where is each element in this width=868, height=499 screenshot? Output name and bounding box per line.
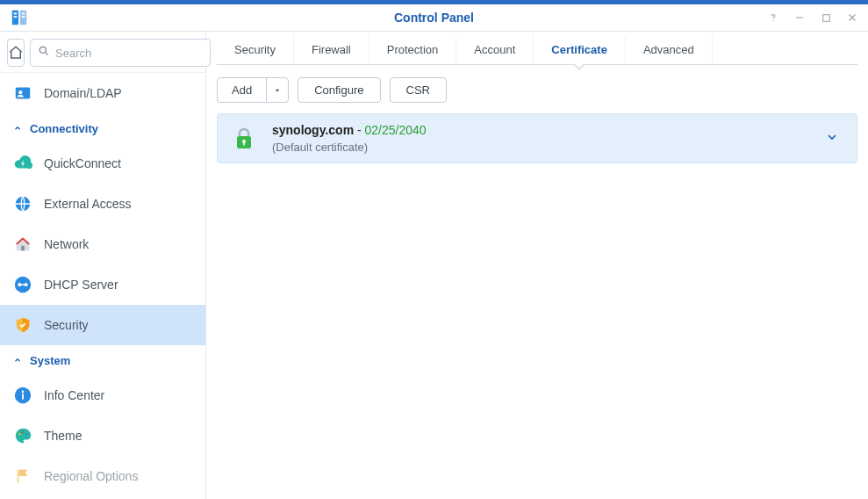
tab-certificate[interactable]: Certificate [534, 35, 626, 64]
flag-icon [12, 466, 33, 487]
network-home-icon [12, 234, 33, 255]
tab-security[interactable]: Security [217, 35, 294, 64]
tab-label: Certificate [551, 43, 607, 56]
svg-rect-21 [22, 394, 24, 399]
separator: - [354, 123, 364, 137]
sidebar-item-label: Network [44, 237, 89, 251]
svg-rect-3 [14, 16, 18, 18]
home-button[interactable] [7, 39, 25, 67]
sidebar-item-dhcp-server[interactable]: DHCP Server [0, 264, 205, 305]
dhcp-icon [12, 274, 33, 295]
user-card-icon [12, 83, 33, 104]
sidebar-item-label: Theme [44, 429, 82, 443]
tab-account[interactable]: Account [456, 35, 534, 64]
sidebar-item-label: Regional Options [44, 469, 138, 483]
shield-icon [12, 315, 33, 336]
tab-label: Account [474, 43, 515, 56]
svg-rect-26 [18, 470, 19, 483]
tabs: Security Firewall Protection Account Cer… [217, 35, 857, 65]
sidebar: Domain/LDAP Connectivity QuickConnect [0, 32, 206, 499]
sidebar-item-label: Security [44, 318, 89, 332]
tab-advanced[interactable]: Advanced [626, 35, 713, 64]
svg-point-6 [772, 20, 773, 21]
tab-label: Security [234, 43, 276, 56]
certificate-subtitle: (Default certificate) [272, 141, 806, 154]
svg-rect-30 [243, 142, 245, 146]
svg-point-22 [22, 391, 25, 394]
search-field[interactable] [30, 39, 211, 67]
svg-point-14 [18, 90, 22, 94]
group-header-label: Connectivity [30, 122, 98, 135]
svg-rect-2 [14, 13, 18, 15]
svg-rect-5 [22, 16, 25, 18]
help-icon[interactable] [766, 11, 780, 25]
sidebar-item-label: Domain/LDAP [44, 86, 122, 100]
certificate-row[interactable]: synology.com - 02/25/2040 (Default certi… [217, 113, 857, 163]
toolbar: Add Configure CSR [217, 65, 857, 113]
csr-button[interactable]: CSR [390, 77, 447, 103]
tab-firewall[interactable]: Firewall [294, 35, 369, 64]
close-icon[interactable] [845, 11, 859, 25]
tab-label: Protection [387, 43, 439, 56]
certificate-expiry: 02/25/2040 [365, 123, 427, 137]
tab-label: Advanced [643, 43, 694, 56]
lock-icon [232, 127, 256, 151]
group-header-connectivity[interactable]: Connectivity [0, 113, 205, 143]
svg-rect-16 [21, 246, 25, 251]
chevron-up-icon [12, 123, 23, 134]
minimize-icon[interactable] [793, 11, 807, 25]
sidebar-item-theme[interactable]: Theme [0, 416, 205, 456]
add-button-label: Add [218, 78, 267, 102]
svg-point-11 [39, 47, 46, 53]
svg-line-12 [45, 52, 47, 54]
tab-label: Firewall [312, 43, 351, 56]
cloud-bolt-icon [12, 153, 33, 174]
svg-point-23 [18, 433, 20, 435]
group-header-system[interactable]: System [0, 345, 205, 375]
chevron-up-icon [12, 355, 23, 365]
search-input[interactable] [55, 47, 203, 60]
sidebar-item-label: External Access [44, 197, 132, 211]
dropdown-caret-icon[interactable] [267, 78, 288, 102]
sidebar-item-external-access[interactable]: External Access [0, 184, 205, 224]
content-area: Security Firewall Protection Account Cer… [206, 32, 868, 499]
sidebar-item-info-center[interactable]: Info Center [0, 375, 205, 416]
sidebar-item-regional-options[interactable]: Regional Options [0, 456, 205, 496]
group-header-label: System [30, 354, 70, 367]
globe-icon [12, 193, 33, 214]
add-button[interactable]: Add [217, 77, 289, 103]
sidebar-item-network[interactable]: Network [0, 224, 205, 264]
sidebar-item-label: Info Center [44, 388, 104, 402]
tab-protection[interactable]: Protection [369, 35, 457, 64]
app-icon [9, 7, 30, 28]
svg-point-24 [22, 431, 24, 433]
window-controls [766, 11, 859, 25]
chevron-down-icon[interactable] [821, 127, 843, 151]
sidebar-item-domain-ldap[interactable]: Domain/LDAP [0, 73, 205, 113]
window-title: Control Panel [0, 11, 868, 25]
certificate-text: synology.com - 02/25/2040 (Default certi… [272, 123, 806, 154]
svg-rect-8 [822, 14, 829, 21]
sidebar-item-quickconnect[interactable]: QuickConnect [0, 143, 205, 184]
palette-icon [12, 425, 33, 446]
certificate-domain: synology.com [272, 123, 354, 137]
sidebar-item-label: DHCP Server [44, 278, 118, 292]
svg-marker-27 [276, 89, 280, 91]
svg-point-25 [25, 433, 26, 435]
sidebar-item-security[interactable]: Security [0, 305, 205, 345]
configure-button[interactable]: Configure [298, 77, 380, 103]
sidebar-item-label: QuickConnect [44, 156, 121, 170]
info-icon [12, 385, 33, 406]
svg-rect-4 [22, 13, 25, 15]
search-icon [38, 45, 50, 61]
maximize-icon[interactable] [819, 11, 833, 25]
titlebar: Control Panel [0, 0, 868, 32]
sidebar-topbar [0, 32, 205, 73]
